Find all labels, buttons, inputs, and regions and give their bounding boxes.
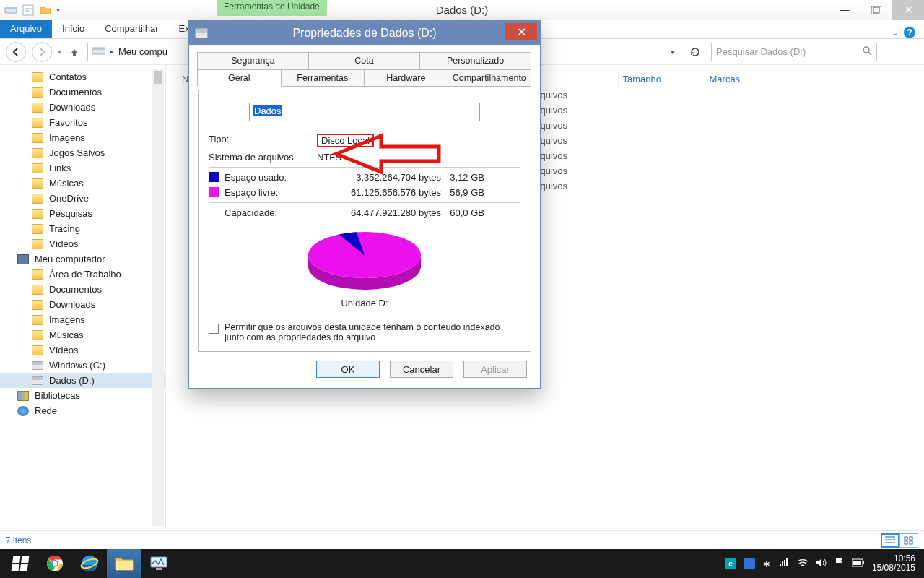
taskbar-chrome-icon[interactable] <box>38 549 72 578</box>
tab-compartilhamento[interactable]: Compartilhamento <box>448 69 532 87</box>
tray-clock[interactable]: 10:56 15/08/2015 <box>872 554 915 573</box>
breadcrumb-segment[interactable]: Meu compu <box>118 46 167 57</box>
tray-battery-icon[interactable] <box>852 558 865 569</box>
view-icons-button[interactable] <box>899 533 918 548</box>
svg-rect-4 <box>873 7 879 13</box>
svg-point-7 <box>863 47 869 53</box>
sidebar-item-rede[interactable]: Rede <box>0 403 165 418</box>
folder-icon <box>32 87 43 98</box>
sidebar-item-contatos[interactable]: Contatos <box>0 69 165 85</box>
help-icon[interactable]: ? <box>904 27 915 38</box>
maximize-button[interactable] <box>860 0 892 20</box>
search-icon[interactable] <box>862 46 872 58</box>
sidebar-scrollbar[interactable] <box>152 69 164 526</box>
tray-bluetooth-icon[interactable]: ∗ <box>762 558 771 569</box>
tray-volume-icon[interactable] <box>816 558 827 570</box>
sidebar-item-jogos-salvos[interactable]: Jogos Salvos <box>0 145 165 160</box>
sidebar-item-pesquisas[interactable]: Pesquisas <box>0 206 165 221</box>
sidebar-item-label: Rede <box>35 405 57 416</box>
up-button[interactable] <box>67 45 82 59</box>
sidebar-item-imagens[interactable]: Imagens <box>0 312 165 327</box>
file-tab[interactable]: Arquivo <box>0 20 52 38</box>
sidebar-item-documentos[interactable]: Documentos <box>0 85 165 100</box>
navigation-pane[interactable]: ContatosDocumentosDownloadsFavoritosImag… <box>0 65 166 530</box>
tab-geral[interactable]: Geral <box>197 69 282 87</box>
system-tray[interactable]: e ∗ 10:56 15/08/2015 <box>725 554 921 573</box>
sidebar-item-v-deos[interactable]: Vídeos <box>0 236 165 251</box>
props-icon[interactable] <box>22 4 35 17</box>
sidebar-item-windows-c-[interactable]: Windows (C:) <box>0 358 165 373</box>
taskbar-ie-icon[interactable] <box>72 549 107 578</box>
svg-rect-23 <box>853 561 861 565</box>
new-folder-icon[interactable] <box>39 4 52 17</box>
sidebar-item-links[interactable]: Links <box>0 160 165 176</box>
column-header[interactable]: Marcas <box>705 71 912 87</box>
tray-flag-icon[interactable] <box>834 558 845 570</box>
volume-name-input[interactable]: Dados <box>249 103 480 121</box>
sidebar-item-documentos[interactable]: Documentos <box>0 282 165 297</box>
sidebar-item-meu-computador[interactable]: Meu computador <box>0 251 165 267</box>
apply-button[interactable]: Aplicar <box>463 361 527 378</box>
net-icon <box>17 406 29 416</box>
tray-app-icon[interactable] <box>744 558 755 569</box>
forward-button[interactable] <box>32 42 52 62</box>
taskbar-monitor-icon[interactable] <box>141 549 176 578</box>
sidebar-item-label: Downloads <box>49 299 95 310</box>
folder-icon <box>32 178 43 189</box>
drive-icon <box>32 376 43 385</box>
tab-seguranca[interactable]: Segurança <box>197 52 309 69</box>
drive-icon <box>32 361 43 370</box>
sidebar-item-dados-d-[interactable]: Dados (D:) <box>0 373 165 388</box>
dialog-close-button[interactable]: ✕ <box>505 23 537 40</box>
back-button[interactable] <box>6 42 26 62</box>
tab-hardware[interactable]: Hardware <box>364 69 448 87</box>
breadcrumb-chevron-icon[interactable]: ▸ <box>110 47 114 56</box>
tab-cota[interactable]: Cota <box>308 52 420 69</box>
folder-icon <box>32 194 43 204</box>
sidebar-item-downloads[interactable]: Downloads <box>0 297 165 312</box>
start-button[interactable] <box>3 549 38 578</box>
taskbar-explorer-icon[interactable] <box>107 549 141 578</box>
tray-wifi-icon[interactable] <box>797 558 808 570</box>
tray-eset-icon[interactable]: e <box>725 558 736 569</box>
tab-personalizado[interactable]: Personalizado <box>419 52 531 69</box>
sidebar-item-favoritos[interactable]: Favoritos <box>0 115 165 130</box>
tray-network-icon[interactable] <box>778 558 790 570</box>
svg-rect-9 <box>910 537 912 540</box>
sidebar-item-tracing[interactable]: Tracing <box>0 221 165 236</box>
refresh-button[interactable] <box>685 43 705 61</box>
contextual-tab-drive-tools[interactable]: Ferramentas de Unidade <box>217 0 327 16</box>
tab-home[interactable]: Início <box>52 20 95 38</box>
search-box[interactable] <box>711 43 877 61</box>
ok-button[interactable]: OK <box>316 361 380 378</box>
taskbar[interactable]: e ∗ 10:56 15/08/2015 <box>0 549 924 578</box>
qat-dropdown-icon[interactable]: ▾ <box>56 6 60 14</box>
tab-ferramentas[interactable]: Ferramentas <box>281 69 365 87</box>
sidebar-item-v-deos[interactable]: Vídeos <box>0 342 165 358</box>
cancel-button[interactable]: Cancelar <box>390 361 453 378</box>
sidebar-item-imagens[interactable]: Imagens <box>0 130 165 145</box>
sidebar-item-onedrive[interactable]: OneDrive <box>0 191 165 206</box>
sidebar-item-bibliotecas[interactable]: Bibliotecas <box>0 388 165 403</box>
address-dropdown-icon[interactable]: ▾ <box>671 48 674 56</box>
indexing-checkbox[interactable] <box>209 324 219 334</box>
sidebar-item-m-sicas[interactable]: Músicas <box>0 327 165 342</box>
folder-icon <box>32 239 43 249</box>
indexing-option[interactable]: Permitir que os arquivos desta unidade t… <box>209 321 520 344</box>
tab-share[interactable]: Compartilhar <box>95 20 168 38</box>
folder-icon <box>32 118 43 128</box>
folder-icon <box>32 224 43 234</box>
minimize-button[interactable]: — <box>829 0 860 20</box>
ribbon-expand-icon[interactable]: ⌄ <box>892 28 898 38</box>
view-details-button[interactable] <box>881 533 899 548</box>
search-input[interactable] <box>716 46 858 57</box>
recent-dropdown-icon[interactable]: ▾ <box>58 48 61 56</box>
sidebar-item--rea-de-trabalho[interactable]: Área de Trabalho <box>0 267 165 282</box>
sidebar-item-label: Dados (D:) <box>49 375 95 386</box>
free-human: 56,9 GB <box>441 187 484 198</box>
column-header[interactable]: Tamanho <box>618 71 705 87</box>
sidebar-item-downloads[interactable]: Downloads <box>0 100 165 115</box>
close-button[interactable]: ✕ <box>892 0 924 20</box>
sidebar-item-m-sicas[interactable]: Músicas <box>0 176 165 191</box>
dialog-titlebar[interactable]: Propriedades de Dados (D:) ✕ <box>189 22 540 45</box>
